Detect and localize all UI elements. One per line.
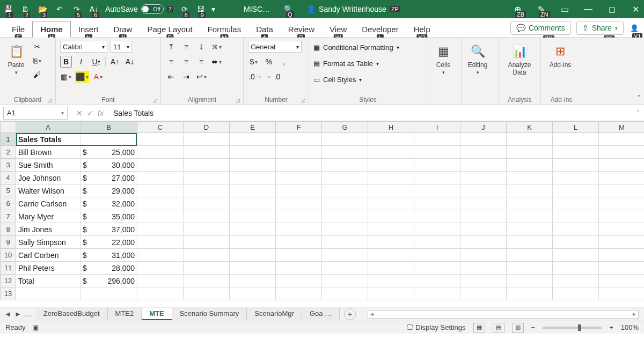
cancel-formula-icon[interactable]: ✕	[76, 109, 83, 117]
cell[interactable]	[137, 146, 184, 159]
cell[interactable]	[184, 287, 230, 300]
row-header[interactable]: 10	[0, 249, 16, 262]
cell[interactable]	[414, 249, 460, 262]
cell[interactable]	[276, 262, 322, 275]
cut-icon[interactable]: ✂	[31, 41, 43, 53]
cell[interactable]	[599, 275, 644, 287]
column-header[interactable]: M	[599, 121, 644, 133]
cell[interactable]: Sue Smith	[16, 159, 80, 172]
format-painter-icon[interactable]: 🖌	[31, 69, 43, 80]
fill-color-icon[interactable]: ⬛	[75, 71, 89, 83]
cell[interactable]	[368, 184, 414, 197]
cell[interactable]	[460, 249, 507, 262]
cell[interactable]	[322, 249, 368, 262]
maximize-icon[interactable]: ◻	[606, 4, 617, 14]
cell[interactable]	[322, 210, 368, 223]
merge-cells-icon[interactable]: ⬌	[210, 56, 222, 68]
undo-icon[interactable]: ↶	[55, 4, 64, 14]
cell[interactable]	[507, 210, 553, 223]
row-header[interactable]: 4	[0, 172, 16, 184]
dialog-launcher-icon[interactable]: ◿	[153, 97, 157, 103]
row-header[interactable]: 7	[0, 210, 16, 223]
row-header[interactable]: 1	[0, 133, 16, 146]
cell[interactable]	[414, 210, 460, 223]
underline-button[interactable]: U▾	[90, 56, 102, 68]
decrease-indent-icon[interactable]: ⇤	[165, 71, 177, 83]
cell[interactable]: $25,000	[80, 146, 137, 159]
cell[interactable]	[184, 262, 230, 275]
cell[interactable]: Sales Totals	[16, 133, 80, 146]
save-as-icon[interactable]: 🖫9	[196, 4, 206, 14]
cell[interactable]	[414, 159, 460, 172]
cell[interactable]	[553, 223, 599, 236]
cell[interactable]: Phil Peters	[16, 262, 80, 275]
column-header[interactable]: A	[16, 121, 80, 133]
cell[interactable]	[184, 146, 230, 159]
zoom-in-icon[interactable]: +	[609, 323, 613, 331]
tab-home[interactable]: HomeH	[32, 21, 71, 38]
cell[interactable]	[80, 133, 137, 146]
cell[interactable]	[276, 197, 322, 210]
tab-data[interactable]: DataA	[248, 21, 281, 37]
italic-button[interactable]: I	[75, 56, 87, 68]
cell[interactable]: Bill Brown	[16, 146, 80, 159]
cell[interactable]	[553, 133, 599, 146]
cell[interactable]	[16, 287, 80, 300]
cell[interactable]	[553, 249, 599, 262]
cell[interactable]	[553, 287, 599, 300]
row-header[interactable]: 12	[0, 275, 16, 287]
decrease-font-icon[interactable]: A↓	[124, 56, 136, 68]
cell[interactable]	[553, 262, 599, 275]
cell[interactable]	[507, 262, 553, 275]
cell[interactable]	[507, 249, 553, 262]
draw-mode-icon[interactable]: ✎ZN	[536, 4, 546, 14]
sheet-tab[interactable]: Goa …	[302, 308, 340, 320]
font-name-combo[interactable]: Calibri▾	[60, 41, 107, 53]
cell[interactable]: Carl Corben	[16, 249, 80, 262]
formula-bar[interactable]: Sales Totals	[109, 109, 632, 117]
increase-decimal-icon[interactable]: .0→	[248, 71, 263, 83]
orientation-icon[interactable]: ⤭	[210, 41, 222, 53]
cell[interactable]	[276, 184, 322, 197]
column-header[interactable]: C	[137, 121, 184, 133]
cell[interactable]	[414, 262, 460, 275]
cell[interactable]	[553, 159, 599, 172]
cell[interactable]	[230, 287, 276, 300]
cell[interactable]: $27,000	[80, 172, 137, 184]
align-top-icon[interactable]: ⤒	[165, 41, 177, 53]
cell[interactable]	[230, 172, 276, 184]
borders-icon[interactable]: ▦	[60, 71, 72, 83]
cell[interactable]	[137, 223, 184, 236]
tab-review[interactable]: ReviewR	[281, 21, 322, 37]
cell[interactable]	[599, 287, 644, 300]
open-icon[interactable]: 📂3	[38, 4, 47, 14]
cell[interactable]	[460, 223, 507, 236]
row-header[interactable]: 9	[0, 236, 16, 249]
cell[interactable]	[553, 236, 599, 249]
currency-icon[interactable]: $	[248, 56, 260, 68]
cell[interactable]: Total	[16, 275, 80, 287]
column-header[interactable]: L	[553, 121, 599, 133]
analyze-data-button[interactable]: 📊Analyze Data	[503, 41, 536, 78]
cell[interactable]	[414, 172, 460, 184]
cell[interactable]	[230, 197, 276, 210]
cell[interactable]	[276, 275, 322, 287]
page-layout-view-icon[interactable]: ▤	[493, 323, 504, 333]
sort-icon[interactable]: A↓6	[89, 4, 99, 14]
cell[interactable]	[184, 159, 230, 172]
cell[interactable]	[460, 159, 507, 172]
cell[interactable]	[276, 159, 322, 172]
row-header[interactable]: 11	[0, 262, 16, 275]
cell[interactable]	[276, 146, 322, 159]
cell[interactable]	[507, 236, 553, 249]
cell[interactable]	[137, 210, 184, 223]
cell[interactable]	[322, 159, 368, 172]
cell[interactable]	[230, 184, 276, 197]
cell[interactable]	[599, 262, 644, 275]
tab-insert[interactable]: InsertN	[71, 21, 106, 37]
cell[interactable]: Jim Jones	[16, 223, 80, 236]
paste-button[interactable]: 📋 Paste ▾	[4, 41, 28, 77]
cell[interactable]	[599, 133, 644, 146]
font-size-combo[interactable]: 11▾	[111, 41, 132, 53]
cell[interactable]	[414, 133, 460, 146]
